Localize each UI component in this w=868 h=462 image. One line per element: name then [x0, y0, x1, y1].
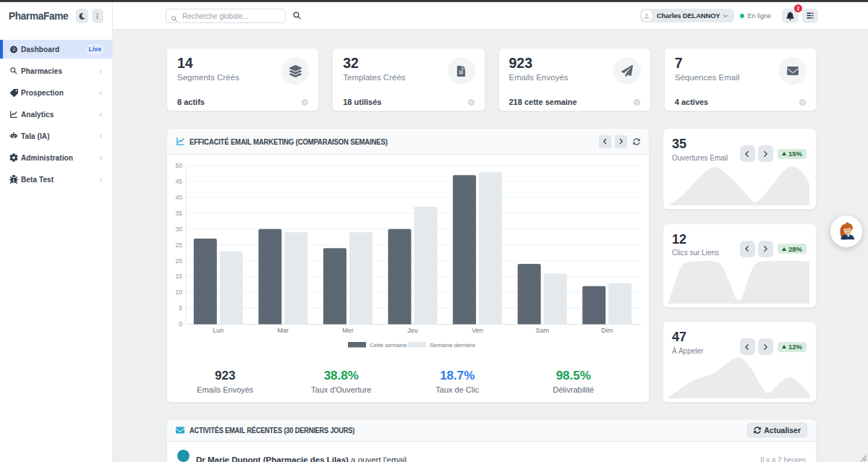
sidebar-item-tala-ia[interactable]: Tala (IA)	[0, 127, 112, 145]
moon-icon	[79, 13, 85, 20]
search-icon	[292, 11, 302, 20]
search-icon	[9, 67, 18, 76]
sidebar-item-pharmacies[interactable]: Pharmacies	[0, 61, 112, 80]
sidebar: PharmaFame Dashboard Live Pharmacies Pro…	[0, 2, 113, 462]
svg-text:5: 5	[179, 304, 182, 312]
svg-text:Mar: Mar	[278, 327, 289, 334]
triangle-up-icon	[782, 345, 786, 348]
kpi-label: Taux de Clic	[399, 385, 516, 394]
search-input[interactable]	[166, 9, 286, 23]
search-submit-button[interactable]	[292, 11, 302, 20]
kpi-value: 98.5%	[516, 369, 632, 383]
global-search	[166, 9, 286, 23]
assistant-chat-button[interactable]	[830, 215, 862, 247]
activity-row[interactable]: Dr Marie Dupont (Pharmacie des Lilas) a …	[167, 442, 816, 462]
brand-bar: PharmaFame	[0, 2, 112, 30]
triangle-up-icon	[782, 152, 786, 155]
stat-footer-text: 4 actives	[675, 98, 708, 106]
chevron-left-icon	[98, 69, 103, 74]
window-top-edge	[0, 0, 868, 2]
sidebar-item-dashboard[interactable]: Dashboard Live	[0, 40, 112, 59]
arrow-circle-right-icon[interactable]	[301, 98, 309, 106]
ellipsis-vertical-icon	[94, 13, 101, 20]
sidebar-item-analytics[interactable]: Analytics	[0, 105, 112, 124]
trend-badge: 15%	[778, 149, 807, 159]
tag-icon	[9, 88, 18, 98]
trend-badge: 12%	[778, 342, 807, 352]
svg-text:Dim: Dim	[601, 327, 613, 334]
spark-prev-button[interactable]	[740, 338, 755, 355]
arrow-circle-right-icon[interactable]	[633, 98, 641, 106]
sidebar-item-prospection[interactable]: Prospection	[0, 83, 112, 102]
arrow-circle-right-icon[interactable]	[799, 98, 807, 106]
activities-header: ACTIVITÉS EMAIL RÉCENTES (30 DERNIERS JO…	[167, 419, 816, 442]
sidebar-menu-button[interactable]	[92, 9, 103, 23]
kpi-emails-sent: 923 Emails Envoyés	[167, 369, 284, 394]
arrow-circle-right-icon[interactable]	[467, 98, 475, 106]
chevron-left-icon	[98, 112, 103, 117]
topbar-right: Charles DELANNOY En ligne 2	[640, 9, 818, 23]
robot-icon	[9, 132, 18, 141]
notifications-button[interactable]: 2	[782, 9, 799, 23]
activities-title: ACTIVITÉS EMAIL RÉCENTES (30 DERNIERS JO…	[190, 426, 354, 435]
sidebar-item-beta-test[interactable]: Beta Test	[0, 170, 112, 189]
bar-chart-svg: 05101520253035404550LunMarMerJeuVenSamDi…	[167, 155, 650, 357]
trend-value: 12%	[788, 343, 802, 351]
sidebar-item-label: Dashboard	[21, 46, 59, 54]
trend-value: 28%	[788, 245, 802, 253]
stat-card-templates[interactable]: 32 Templates Créés 18 utilisés	[332, 48, 485, 111]
chart-next-button[interactable]	[615, 135, 627, 148]
online-status: En ligne	[740, 12, 771, 20]
refresh-activities-button[interactable]: Actualiser	[747, 423, 807, 437]
user-avatar	[642, 10, 652, 21]
svg-text:Jeu: Jeu	[407, 327, 418, 334]
chart-prev-button[interactable]	[599, 135, 611, 148]
bug-icon	[9, 175, 18, 184]
spark-cards-column: 35 Ouvertures Email 15% 12 Clics sur Lie…	[663, 128, 817, 403]
spark-next-button[interactable]	[758, 338, 773, 355]
svg-text:30: 30	[176, 226, 183, 233]
sidebar-item-label: Beta Test	[21, 176, 54, 184]
stat-footer: 8 actifs	[177, 98, 309, 106]
svg-text:20: 20	[176, 257, 183, 265]
layers-icon	[281, 57, 309, 85]
chart-refresh-button[interactable]	[633, 138, 640, 145]
svg-text:10: 10	[176, 288, 183, 296]
kpi-click-rate: 18.7% Taux de Clic	[399, 369, 516, 394]
chevron-left-icon	[98, 155, 103, 161]
stat-card-sequences[interactable]: 7 Séquences Email 4 actives	[664, 48, 817, 111]
user-menu[interactable]: Charles DELANNOY	[640, 9, 735, 22]
notification-badge: 2	[794, 4, 802, 12]
search-icon	[171, 12, 178, 25]
dark-mode-toggle[interactable]	[76, 9, 88, 23]
stat-card-segments[interactable]: 14 Segments Créés 8 actifs	[166, 48, 319, 111]
chevron-left-icon	[98, 134, 103, 139]
stat-footer: 18 utilisés	[343, 98, 475, 106]
svg-text:Ven: Ven	[472, 327, 483, 334]
chevron-left-icon	[98, 177, 103, 182]
file-icon	[448, 57, 475, 85]
contact-avatar	[177, 450, 190, 462]
stat-footer: 218 cette semaine	[509, 98, 641, 106]
activity-text: Dr Marie Dupont (Pharmacie des Lilas) a …	[196, 455, 407, 462]
bell-icon	[786, 12, 794, 20]
spark-prev-button[interactable]	[740, 241, 755, 257]
sparkline-chart	[668, 259, 809, 304]
spark-next-button[interactable]	[758, 241, 773, 257]
sidebar-item-administration[interactable]: Administration	[0, 148, 112, 167]
stat-card-emails[interactable]: 923 Emails Envoyés 218 cette semaine	[498, 48, 651, 111]
chevron-down-icon	[723, 13, 728, 19]
stat-footer-text: 8 actifs	[177, 98, 205, 106]
spark-next-button[interactable]	[758, 145, 773, 162]
window-resize-grip[interactable]	[858, 452, 867, 461]
user-name: Charles DELANNOY	[657, 12, 720, 20]
tachometer-icon	[9, 45, 18, 54]
spark-prev-button[interactable]	[740, 145, 755, 162]
trend-badge: 28%	[778, 244, 807, 254]
chart-card-header: EFFICACITÉ EMAIL MARKETING (COMPARAISON …	[167, 129, 649, 155]
kpi-label: Taux d'Ouverture	[284, 385, 400, 394]
sidebar-item-label: Administration	[21, 154, 73, 162]
list-icon	[806, 12, 814, 20]
chart-line-icon	[9, 110, 18, 119]
activity-list-button[interactable]	[802, 9, 818, 23]
